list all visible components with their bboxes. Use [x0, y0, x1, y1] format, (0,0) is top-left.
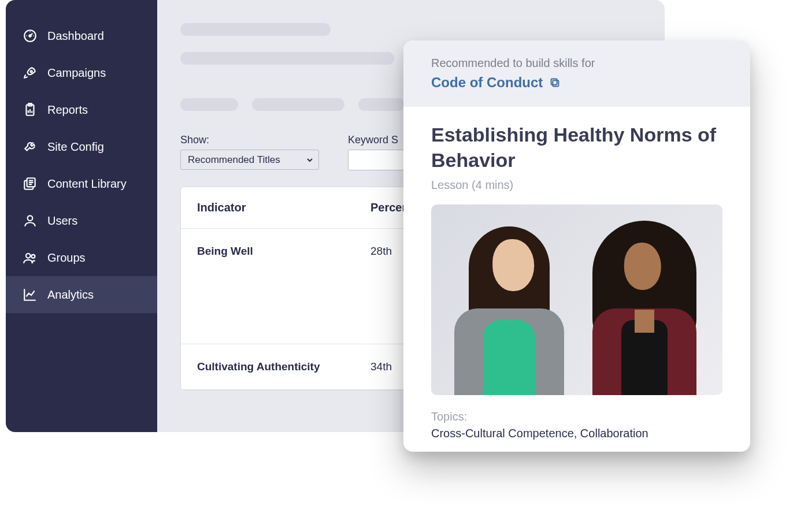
user-icon: [22, 213, 38, 229]
sidebar-item-users[interactable]: Users: [6, 202, 157, 239]
sidebar-item-campaigns[interactable]: Campaigns: [6, 54, 157, 91]
lesson-image: [431, 204, 722, 395]
cell-indicator: Being Well: [197, 245, 370, 258]
sidebar-item-site-config[interactable]: Site Config: [6, 128, 157, 165]
svg-point-8: [31, 255, 35, 258]
users-icon: [22, 250, 38, 266]
card-title: Establishing Healthy Norms of Behavior: [431, 122, 722, 173]
card-header: Recommended to build skills for Code of …: [403, 40, 750, 107]
skeleton-placeholder: [358, 98, 405, 111]
sidebar-item-groups[interactable]: Groups: [6, 239, 157, 276]
svg-rect-10: [551, 79, 557, 85]
sidebar-item-label: Analytics: [47, 288, 94, 302]
sidebar-item-label: Site Config: [47, 140, 104, 154]
show-label: Show:: [180, 134, 319, 146]
sidebar-item-label: Content Library: [47, 177, 127, 191]
wrench-icon: [22, 139, 38, 155]
gauge-icon: [22, 28, 38, 44]
svg-point-7: [26, 254, 31, 258]
svg-point-2: [31, 70, 32, 72]
sidebar-item-label: Users: [47, 214, 77, 228]
skeleton-placeholder: [180, 23, 331, 36]
svg-point-6: [28, 215, 33, 221]
show-select[interactable]: Recommended Titles: [180, 150, 319, 170]
skeleton-placeholder: [252, 98, 344, 111]
recommendation-card: Recommended to build skills for Code of …: [403, 40, 750, 452]
sidebar-item-dashboard[interactable]: Dashboard: [6, 17, 157, 54]
sidebar: Dashboard Campaigns Reports: [6, 0, 157, 432]
topics-value: Cross-Cultural Competence, Collaboration: [431, 427, 722, 440]
sidebar-item-label: Dashboard: [47, 29, 104, 43]
code-of-conduct-link[interactable]: Code of Conduct: [431, 75, 543, 91]
sidebar-item-content-library[interactable]: Content Library: [6, 165, 157, 202]
library-icon: [22, 176, 38, 192]
sidebar-item-label: Campaigns: [47, 66, 106, 80]
topics-label: Topics:: [431, 410, 722, 423]
sidebar-item-label: Groups: [47, 251, 86, 265]
skeleton-placeholder: [180, 98, 238, 111]
sidebar-item-label: Reports: [47, 103, 88, 117]
copy-icon[interactable]: [548, 76, 561, 89]
sidebar-item-reports[interactable]: Reports: [6, 91, 157, 128]
column-header-indicator: Indicator: [197, 201, 370, 214]
clipboard-icon: [22, 102, 38, 118]
cell-indicator: Cultivating Authenticity: [197, 360, 370, 373]
card-body: Establishing Healthy Norms of Behavior L…: [403, 107, 750, 452]
rocket-icon: [22, 65, 38, 81]
sidebar-item-analytics[interactable]: Analytics: [6, 276, 157, 313]
skeleton-placeholder: [180, 52, 394, 65]
svg-rect-9: [553, 80, 559, 86]
svg-point-1: [29, 35, 31, 36]
analytics-icon: [22, 287, 38, 303]
recommended-text: Recommended to build skills for: [431, 57, 722, 70]
lesson-meta: Lesson (4 mins): [431, 178, 722, 192]
